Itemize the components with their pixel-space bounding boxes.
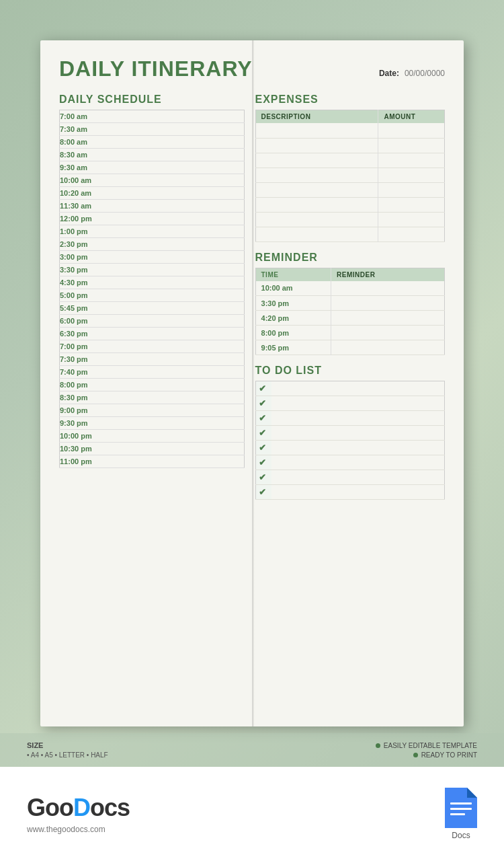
expense-amount[interactable]	[378, 227, 445, 241]
todo-item[interactable]	[271, 396, 444, 411]
expense-description[interactable]	[255, 167, 378, 182]
docs-icon-img	[445, 788, 477, 828]
schedule-row: 11:00 pm	[60, 455, 245, 468]
schedule-time: 8:00 am	[60, 136, 96, 149]
schedule-activity[interactable]	[96, 136, 244, 149]
schedule-table: 7:00 am 7:30 am 8:00 am 8:30 am 9:30 am …	[59, 110, 245, 468]
schedule-row: 10:30 pm	[60, 443, 245, 455]
expenses-title: EXPENSES	[255, 93, 445, 106]
schedule-time: 8:00 pm	[60, 379, 96, 391]
reminder-text[interactable]	[331, 281, 445, 296]
expense-description[interactable]	[255, 182, 378, 197]
reminder-text[interactable]	[331, 340, 445, 355]
schedule-time: 11:00 pm	[60, 455, 96, 468]
todo-row: ✔	[255, 485, 444, 500]
todo-checkmark: ✔	[255, 470, 271, 485]
svg-marker-1	[467, 788, 477, 798]
schedule-activity[interactable]	[96, 276, 244, 289]
schedule-activity[interactable]	[96, 200, 244, 213]
schedule-activity[interactable]	[96, 404, 244, 417]
todo-item[interactable]	[271, 426, 444, 441]
expense-amount[interactable]	[378, 212, 445, 227]
schedule-time: 7:00 pm	[60, 340, 96, 353]
schedule-row: 8:00 pm	[60, 379, 245, 391]
schedule-time: 3:00 pm	[60, 251, 96, 264]
reminder-text[interactable]	[331, 326, 445, 340]
todo-item[interactable]	[271, 485, 444, 500]
reminder-text[interactable]	[331, 311, 445, 326]
schedule-activity[interactable]	[96, 174, 244, 187]
schedule-time: 8:30 pm	[60, 391, 96, 404]
schedule-activity[interactable]	[96, 213, 244, 225]
page-content: DAILY ITINERARY Date: 00/00/0000 DAILY S…	[40, 40, 464, 726]
reminder-time: 8:00 pm	[255, 326, 331, 340]
expense-amount[interactable]	[378, 138, 445, 153]
schedule-row: 3:00 pm	[60, 251, 245, 264]
todo-item[interactable]	[271, 455, 444, 470]
expense-row	[255, 227, 444, 241]
schedule-activity[interactable]	[96, 289, 244, 302]
schedule-row: 7:30 am	[60, 123, 245, 136]
schedule-activity[interactable]	[96, 353, 244, 366]
expense-amount[interactable]	[378, 123, 445, 138]
schedule-activity[interactable]	[96, 379, 244, 391]
reminder-row: 10:00 am	[255, 281, 444, 296]
schedule-row: 7:40 pm	[60, 366, 245, 379]
schedule-activity[interactable]	[96, 315, 244, 328]
expense-description[interactable]	[255, 123, 378, 138]
schedule-time: 4:30 pm	[60, 276, 96, 289]
expense-description[interactable]	[255, 138, 378, 153]
expense-description[interactable]	[255, 153, 378, 167]
todo-item[interactable]	[271, 411, 444, 426]
expense-description[interactable]	[255, 197, 378, 212]
todo-row: ✔	[255, 470, 444, 485]
schedule-activity[interactable]	[96, 391, 244, 404]
daily-schedule-title: DAILY SCHEDULE	[59, 93, 245, 106]
expense-description[interactable]	[255, 212, 378, 227]
reminder-time: 4:20 pm	[255, 311, 331, 326]
left-column: DAILY SCHEDULE 7:00 am 7:30 am 8:00 am 8…	[59, 93, 245, 707]
expense-amount[interactable]	[378, 182, 445, 197]
feature1: EASILY EDITABLE TEMPLATE	[376, 742, 477, 749]
docs-icon-section: Docs	[445, 788, 477, 840]
schedule-activity[interactable]	[96, 340, 244, 353]
schedule-activity[interactable]	[96, 430, 244, 443]
expense-row	[255, 182, 444, 197]
schedule-activity[interactable]	[96, 264, 244, 276]
reminder-time: 3:30 pm	[255, 296, 331, 311]
schedule-activity[interactable]	[96, 366, 244, 379]
schedule-activity[interactable]	[96, 328, 244, 340]
schedule-activity[interactable]	[96, 110, 244, 123]
reminder-time-header: TIME	[255, 268, 331, 281]
schedule-row: 6:00 pm	[60, 315, 245, 328]
todo-item[interactable]	[271, 441, 444, 455]
schedule-activity[interactable]	[96, 302, 244, 315]
schedule-time: 5:00 pm	[60, 289, 96, 302]
size-label: SIZE	[27, 741, 108, 749]
schedule-activity[interactable]	[96, 161, 244, 174]
brand-bar: GooDocs www.thegoodocs.com Docs	[0, 767, 504, 861]
expense-row	[255, 153, 444, 167]
todo-item[interactable]	[271, 381, 444, 396]
todo-item[interactable]	[271, 470, 444, 485]
schedule-activity[interactable]	[96, 225, 244, 238]
date-value: 00/00/0000	[405, 69, 445, 78]
reminder-text[interactable]	[331, 296, 445, 311]
schedule-activity[interactable]	[96, 455, 244, 468]
schedule-activity[interactable]	[96, 123, 244, 136]
todo-table: ✔ ✔ ✔ ✔ ✔ ✔ ✔ ✔	[255, 381, 445, 500]
schedule-activity[interactable]	[96, 443, 244, 455]
schedule-activity[interactable]	[96, 251, 244, 264]
schedule-activity[interactable]	[96, 149, 244, 161]
schedule-activity[interactable]	[96, 238, 244, 251]
expense-description[interactable]	[255, 227, 378, 241]
expense-amount[interactable]	[378, 153, 445, 167]
schedule-time: 1:00 pm	[60, 225, 96, 238]
schedule-activity[interactable]	[96, 417, 244, 430]
schedule-time: 7:00 am	[60, 110, 96, 123]
reminder-section: REMINDER TIME REMINDER 10:00 am 3:30 pm …	[255, 252, 445, 356]
reminder-title: REMINDER	[255, 252, 445, 264]
expense-amount[interactable]	[378, 167, 445, 182]
schedule-activity[interactable]	[96, 187, 244, 200]
expense-amount[interactable]	[378, 197, 445, 212]
